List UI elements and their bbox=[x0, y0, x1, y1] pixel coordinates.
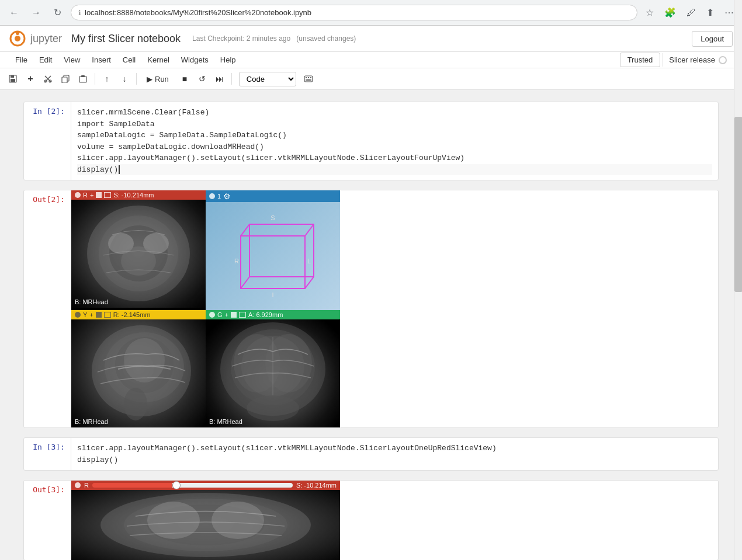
menu-view[interactable]: View bbox=[58, 52, 86, 68]
jupyter-header: jupyter My first Slicer notebook Last Ch… bbox=[0, 26, 742, 52]
viewer-3d-gear-icon: ⚙ bbox=[223, 192, 231, 201]
viewer-slice-info: S: -10.214mm bbox=[113, 192, 154, 199]
run-icon: ▶ bbox=[147, 75, 152, 84]
cell-in2-label: In [2]: bbox=[24, 102, 71, 120]
slicer-release-label: Slicer release bbox=[669, 55, 715, 64]
address-bar[interactable]: ℹ localhost:8888/notebooks/My%20first%20… bbox=[71, 5, 637, 20]
slider-thumb[interactable] bbox=[172, 481, 181, 489]
brain-3d-svg: S R L I bbox=[226, 210, 320, 303]
cell-in3-label: In [3]: bbox=[24, 438, 71, 456]
menu-help[interactable]: Help bbox=[214, 52, 242, 68]
svg-rect-16 bbox=[308, 77, 309, 78]
bookmark-button[interactable]: ☆ bbox=[643, 5, 656, 20]
jupyter-logo: jupyter bbox=[9, 30, 62, 47]
svg-line-30 bbox=[305, 224, 314, 236]
viewer-cor-window-icon bbox=[239, 312, 246, 318]
brain-axial-svg bbox=[71, 200, 206, 308]
menu-edit[interactable]: Edit bbox=[33, 52, 58, 68]
share-button[interactable]: ⬆ bbox=[704, 5, 716, 20]
viewer-panel-axial: R + S: -10.214mm bbox=[71, 190, 206, 310]
viewer-header-coronal: G + A: 6.929mm bbox=[206, 310, 340, 319]
stop-icon: ■ bbox=[182, 74, 187, 84]
brain-out3-svg bbox=[71, 490, 340, 560]
back-button[interactable]: ← bbox=[6, 5, 22, 20]
logout-button[interactable]: Logout bbox=[692, 31, 733, 47]
paste-button[interactable] bbox=[75, 71, 91, 87]
svg-rect-19 bbox=[307, 79, 310, 81]
restart-button[interactable]: ↺ bbox=[194, 71, 210, 87]
move-up-button[interactable]: ↑ bbox=[99, 71, 115, 87]
fast-forward-button[interactable]: ⏭ bbox=[211, 71, 228, 87]
menu-kernel[interactable]: Kernel bbox=[141, 52, 175, 68]
cell-type-select[interactable]: Code Markdown Raw bbox=[239, 72, 296, 86]
arrow-down-icon: ↓ bbox=[123, 74, 127, 84]
cell-out3-output: R S: -10.214mm bbox=[71, 481, 718, 560]
slice-slider-container[interactable] bbox=[92, 483, 293, 488]
viewer-separator-icon: + bbox=[90, 192, 93, 199]
svg-marker-28 bbox=[249, 224, 314, 277]
forward-button[interactable]: → bbox=[28, 5, 44, 20]
svg-rect-20 bbox=[310, 79, 311, 81]
svg-point-44 bbox=[247, 395, 299, 421]
cell-out3-label: Out[3]: bbox=[24, 481, 71, 499]
menu-cell[interactable]: Cell bbox=[117, 52, 141, 68]
keyboard-button[interactable] bbox=[300, 71, 317, 87]
keyboard-icon bbox=[304, 75, 313, 83]
viewer-panel-sagittal: Y + R: -2.145mm bbox=[71, 310, 206, 427]
menu-insert[interactable]: Insert bbox=[86, 52, 117, 68]
menu-widgets[interactable]: Widgets bbox=[175, 52, 214, 68]
separator-3 bbox=[231, 73, 232, 85]
viewer-cor-info: A: 6.929mm bbox=[248, 311, 283, 318]
out3-header: R S: -10.214mm bbox=[71, 481, 340, 490]
profile-button[interactable]: 🖊 bbox=[684, 5, 698, 20]
brain-sagittal-label: B: MRHead bbox=[75, 418, 108, 425]
add-cell-button[interactable]: + bbox=[22, 71, 39, 87]
notebook-title[interactable]: My first Slicer notebook bbox=[71, 33, 181, 45]
slicer-release: Slicer release bbox=[663, 53, 733, 67]
svg-rect-15 bbox=[306, 77, 307, 78]
svg-marker-27 bbox=[241, 236, 305, 288]
refresh-button[interactable]: ↻ bbox=[50, 5, 65, 20]
move-down-button[interactable]: ↓ bbox=[116, 71, 133, 87]
viewer-sag-sep: + bbox=[89, 311, 93, 318]
cut-button[interactable] bbox=[40, 71, 56, 87]
viewer-header-3d: 1 ⚙ bbox=[206, 190, 340, 202]
cell-in3: In [3]: slicer.app.layoutManager().setLa… bbox=[23, 437, 719, 471]
run-button[interactable]: ▶ Run bbox=[140, 71, 175, 87]
brain-out3-image bbox=[71, 490, 340, 560]
stop-button[interactable]: ■ bbox=[176, 71, 193, 87]
plus-icon: + bbox=[27, 74, 33, 84]
svg-rect-11 bbox=[62, 77, 67, 83]
viewer-channel-label: R bbox=[83, 192, 88, 199]
svg-rect-13 bbox=[81, 75, 85, 77]
svg-rect-5 bbox=[11, 79, 15, 82]
viewer-window-icon bbox=[104, 192, 111, 198]
scrollbar[interactable] bbox=[734, 0, 742, 560]
run-label: Run bbox=[155, 75, 169, 84]
separator-2 bbox=[136, 73, 137, 85]
brain-coronal-svg bbox=[206, 319, 340, 427]
viewer-cor-label: G bbox=[217, 311, 223, 318]
out3-viewer: R S: -10.214mm bbox=[71, 481, 340, 560]
security-icon: ℹ bbox=[78, 9, 81, 17]
extension-button[interactable]: 🧩 bbox=[662, 5, 678, 20]
brain-sagittal-svg bbox=[71, 319, 206, 427]
trusted-button[interactable]: Trusted bbox=[620, 53, 661, 67]
viewer-cor-pin-icon bbox=[209, 312, 215, 318]
viewer-cor-sep: + bbox=[225, 311, 228, 318]
cell-in3-input[interactable]: slicer.app.layoutManager().setLayout(sli… bbox=[71, 438, 718, 470]
cell-in2: In [2]: slicer.mrmlScene.Clear(False)imp… bbox=[23, 102, 719, 180]
cell-in2-input[interactable]: slicer.mrmlScene.Clear(False)import Samp… bbox=[71, 102, 718, 180]
save-button[interactable] bbox=[5, 71, 21, 87]
viewer-sag-label: Y bbox=[83, 311, 87, 318]
slice-slider[interactable] bbox=[92, 483, 293, 488]
orientation-r-label: R bbox=[234, 258, 239, 265]
cell-out2: Out[2]: R + S: -10.214mm bbox=[23, 190, 719, 428]
viewer-layout-icon bbox=[96, 192, 102, 198]
copy-button[interactable] bbox=[57, 71, 74, 87]
scrollbar-thumb[interactable] bbox=[734, 117, 742, 292]
viewer-panel-coronal: G + A: 6.929mm bbox=[206, 310, 340, 427]
svg-line-29 bbox=[241, 224, 249, 236]
orientation-l-label: L bbox=[307, 258, 311, 265]
menu-file[interactable]: File bbox=[9, 52, 33, 68]
